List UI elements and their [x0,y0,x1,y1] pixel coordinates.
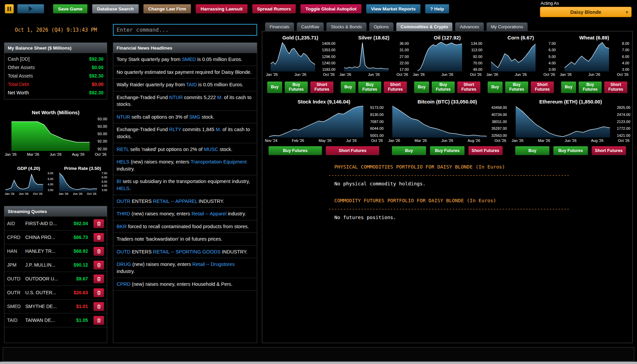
save-game-button[interactable]: Save Game [53,4,88,13]
news-ticker-link[interactable]: M. [217,95,222,100]
news-ticker-link[interactable]: Retail -- Apparel [191,211,226,216]
delete-quote-button[interactable] [93,302,104,311]
toggle-global-autopilot-button[interactable]: Toggle Global Autopilot [300,4,361,13]
news-ticker-link[interactable]: THRD [117,211,130,216]
news-ticker-link[interactable]: NTUR [169,95,183,100]
corn-buy-button[interactable]: Buy [487,81,503,93]
command-input[interactable] [113,24,257,36]
help-button[interactable]: ? Help [425,4,449,13]
delete-quote-button[interactable] [93,219,104,228]
news-item[interactable]: RETL sells 'naked' put options on 2% of … [113,143,257,156]
news-ticker-link[interactable]: NTUR [117,114,130,120]
news-ticker-link[interactable]: RETAIL -- APPAREL [153,199,197,204]
delete-quote-button[interactable] [93,316,104,325]
tab-options[interactable]: Options [369,22,394,31]
ethereum-short-futures-button[interactable]: Short Futures [592,146,626,155]
news-ticker-link[interactable]: SMG [189,114,200,120]
gold-short-futures-button[interactable]: Short Futures [310,81,334,93]
news-item[interactable]: NTUR sells call options on 3% of SMG sto… [113,111,257,124]
play-button[interactable] [17,4,44,13]
news-item[interactable]: Wally Raider quarterly pay from TAID is … [113,79,257,91]
tab-advances[interactable]: Advances [455,22,484,31]
news-ticker-link[interactable]: RLTY [169,127,181,132]
news-item[interactable]: DRUG (new) raises money, enters Retail -… [113,258,257,278]
news-item[interactable]: Exchange-Traded Fund RLTY commits 1,845 … [113,123,257,143]
corn-short-futures-button[interactable]: Short Futures [530,81,554,93]
quote-row[interactable]: SMEDSMYTHE DE...$1.01 [4,300,107,313]
bitcoin-short-futures-button[interactable]: Short Futures [468,146,503,155]
delete-quote-button[interactable] [93,288,104,297]
pause-button[interactable] [5,4,14,13]
news-ticker-link[interactable]: BKR [117,224,127,229]
delete-quote-button[interactable] [93,274,104,283]
quote-row[interactable]: OUTRU.S. OUTER...$20.63 [4,286,107,300]
silver-short-futures-button[interactable]: Short Futures [384,81,407,93]
silver-buy-button[interactable]: Buy [340,81,356,93]
gold-buy-button[interactable]: Buy [267,81,282,93]
bitcoin-buy-futures-button[interactable]: Buy Futures [430,146,464,155]
quote-row[interactable]: AIDFIRST-AID D...$92.04 [4,217,107,231]
news-ticker-link[interactable]: Transportation Equipment [190,159,246,164]
acting-as-dropdown[interactable]: Daisy Blonde ▾ [540,7,632,17]
ethereum-buy-futures-button[interactable]: Buy Futures [553,146,588,155]
news-item[interactable]: Traders note 'backwardation' in oil futu… [113,233,257,246]
news-ticker-link[interactable]: HELS [117,159,129,164]
delete-quote-button[interactable] [93,247,104,256]
delete-quote-button[interactable] [93,233,104,242]
news-item[interactable]: HELS (new) raises money, enters Transpor… [113,156,257,175]
news-ticker-link[interactable]: OUTR [117,199,130,204]
ethereum-buy-button[interactable]: Buy [515,146,550,155]
tab-my-corporations[interactable]: My Corporations [486,22,528,31]
wheat-short-futures-button[interactable]: Short Futures [604,81,628,93]
mini-charts: GDP (4.20)6.005.004.003.00Jan '26Jun '26… [4,166,107,195]
oil-short-futures-button[interactable]: Short Futures [457,81,481,93]
news-ticker-link[interactable]: M. [216,127,221,132]
stock-index-buy-futures-button[interactable]: Buy Futures [268,146,322,155]
news-item[interactable]: BI sets up subsidiary in the transportat… [113,175,257,195]
quote-row[interactable]: JPMJ.P. MULLIN...$90.12 [4,258,107,272]
news-ticker-link[interactable]: RETAIL -- SPORTING GOODS [153,249,220,254]
quote-price: $9.67 [65,276,91,281]
view-market-reports-button[interactable]: View Market Reports [366,4,421,13]
wheat-buy-futures-button[interactable]: Buy Futures [578,81,602,93]
stock-index-short-futures-button[interactable]: Short Futures [326,146,380,155]
news-item[interactable]: THRD (new) raises money, enters Retail -… [113,208,257,220]
oil-buy-button[interactable]: Buy [414,81,429,93]
wheat-buy-button[interactable]: Buy [561,81,576,93]
bitcoin-buy-button[interactable]: Buy [392,146,426,155]
news-ticker-link[interactable]: HELS [117,186,129,191]
tab-cashflow[interactable]: Cashflow [297,22,324,31]
delete-quote-button[interactable] [93,261,104,270]
harrassing-lawsuit-button[interactable]: Harrassing Lawsuit [195,4,248,13]
quote-row[interactable]: CPRDCHINA PRO...$66.73 [4,231,107,244]
silver-buy-futures-button[interactable]: Buy Futures [358,81,382,93]
spread-rumors-button[interactable]: Spread Rumors [252,4,296,13]
news-ticker-link[interactable]: RETL [117,147,129,152]
change-law-firm-button[interactable]: Change Law Firm [143,4,191,13]
news-item[interactable]: Exchange-Traded Fund NTUR commits 5,222 … [113,91,257,111]
news-item[interactable]: OUTD ENTERS RETAIL -- SPORTING GOODS IND… [113,246,257,259]
tab-financials[interactable]: Financials [265,22,294,31]
news-item[interactable]: CPRD (new) raises money, enters Househol… [113,278,257,291]
news-item[interactable]: OUTR ENTERS RETAIL -- APPAREL INDUSTRY. [113,195,257,208]
news-item[interactable]: No quarterly estimated tax payment requi… [113,66,257,79]
corn-buy-futures-button[interactable]: Buy Futures [505,81,528,93]
database-search-button[interactable]: Database Search [92,4,139,13]
quote-row[interactable]: OUTDOUTDOOR U...$9.67 [4,272,107,286]
news-ticker-link[interactable]: MUSC [204,147,218,152]
news-item[interactable]: BKR forced to recall contaminated food p… [113,220,257,233]
news-item[interactable]: Tony Stark quarterly pay from SMED is 0.… [113,53,257,66]
news-ticker-link[interactable]: Retail -- Drugstores [192,262,235,267]
news-ticker-link[interactable]: TAID [186,82,197,87]
news-ticker-link[interactable]: OUTD [117,249,130,254]
tab-stocks-bonds[interactable]: Stocks & Bonds [326,22,367,31]
oil-buy-futures-button[interactable]: Buy Futures [431,81,455,93]
gold-buy-futures-button[interactable]: Buy Futures [284,81,308,93]
news-ticker-link[interactable]: SMED [182,57,196,62]
quote-row[interactable]: HANHANLEY TR...$68.92 [4,244,107,258]
news-ticker-link[interactable]: BI [117,179,121,184]
news-ticker-link[interactable]: CPRD [117,281,130,287]
tab-commodities-crypto[interactable]: Commodities & Crypto [396,22,453,31]
news-ticker-link[interactable]: DRUG [117,262,131,267]
quote-row[interactable]: TAIDTAIWAN DE...$1.05 [4,313,107,327]
